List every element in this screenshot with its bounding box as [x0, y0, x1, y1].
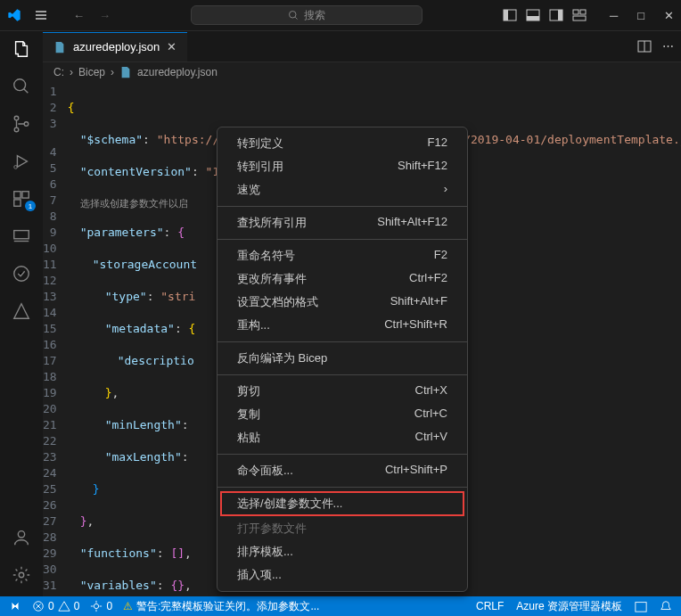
cm-decompile-bicep[interactable]: 反向编译为 Bicep	[217, 347, 467, 370]
svg-point-0	[289, 12, 296, 19]
search-icon[interactable]	[11, 76, 32, 97]
cm-change-all-occurrences[interactable]: 更改所有事件Ctrl+F2	[217, 267, 467, 291]
svg-rect-20	[14, 231, 29, 239]
run-debug-icon[interactable]	[11, 151, 32, 172]
line-number-gutter: 1234567891011121314151617181920212223242…	[43, 84, 68, 616]
extensions-icon[interactable]: 1	[11, 188, 32, 209]
svg-point-23	[19, 572, 24, 578]
tab-row: azuredeploy.json ✕ ⋯	[0, 31, 681, 62]
svg-point-22	[18, 531, 24, 538]
settings-icon[interactable]	[11, 564, 32, 586]
search-box[interactable]: 搜索	[191, 5, 423, 25]
status-bar: 0 0 0 ⚠警告:完整模板验证关闭。添加参数文... CRLF Azure 资…	[0, 596, 681, 616]
window-close-icon[interactable]: ✕	[664, 9, 674, 22]
svg-rect-19	[14, 200, 21, 206]
remote-icon[interactable]	[11, 226, 32, 247]
cm-find-all-references[interactable]: 查找所有引用Shift+Alt+F12	[217, 211, 467, 234]
separator	[217, 454, 467, 455]
eol-indicator[interactable]: CRLF	[476, 600, 504, 612]
cm-goto-references[interactable]: 转到引用Shift+F12	[217, 155, 467, 178]
activity-bar: 1	[0, 31, 43, 596]
search-placeholder: 搜索	[304, 8, 325, 23]
status-warning[interactable]: ⚠警告:完整模板验证关闭。添加参数文...	[123, 599, 319, 614]
chevron-right-icon: ›	[444, 182, 447, 198]
separator	[217, 239, 467, 240]
nav-back-icon[interactable]: ←	[73, 9, 85, 22]
tab-close-icon[interactable]: ✕	[167, 40, 176, 53]
cm-paste[interactable]: 粘贴Ctrl+V	[217, 426, 467, 449]
split-editor-icon[interactable]	[637, 39, 652, 53]
cm-peek[interactable]: 速览›	[217, 178, 467, 201]
context-menu: 转到定义F12 转到引用Shift+F12 速览› 查找所有引用Shift+Al…	[217, 127, 468, 592]
more-actions-icon[interactable]: ⋯	[662, 39, 674, 53]
badge: 1	[25, 201, 36, 211]
svg-point-12	[14, 79, 26, 91]
svg-rect-17	[14, 192, 21, 198]
nav-forward-icon[interactable]: →	[99, 9, 111, 22]
cm-rename-symbol[interactable]: 重命名符号F2	[217, 244, 467, 267]
cm-cut[interactable]: 剪切Ctrl+X	[217, 380, 467, 403]
breadcrumb[interactable]: C: › Bicep › azuredeploy.json	[0, 62, 681, 82]
layout-right-icon[interactable]	[549, 8, 563, 22]
svg-point-13	[14, 116, 19, 120]
breadcrumb-part[interactable]: C:	[53, 66, 64, 78]
separator	[217, 341, 467, 342]
window-maximize-icon[interactable]: □	[637, 9, 644, 22]
tab-label: azuredeploy.json	[73, 40, 160, 53]
vscode-logo	[7, 8, 21, 22]
svg-rect-4	[527, 16, 539, 21]
file-icon	[53, 41, 66, 53]
file-icon	[119, 66, 132, 78]
menu-icon[interactable]	[34, 8, 48, 22]
accounts-icon[interactable]	[11, 527, 32, 548]
layout-left-icon[interactable]	[503, 8, 517, 22]
layout-custom-icon[interactable]	[572, 8, 587, 22]
cm-insert-item[interactable]: 插入项...	[217, 563, 467, 587]
azure-icon[interactable]	[11, 300, 32, 322]
chevron-right-icon: ›	[111, 66, 114, 78]
svg-rect-7	[573, 10, 578, 14]
svg-rect-8	[580, 10, 586, 14]
testing-icon[interactable]	[11, 263, 32, 284]
ports-indicator[interactable]: 0	[90, 600, 112, 612]
cm-command-palette[interactable]: 命令面板...Ctrl+Shift+P	[217, 459, 467, 482]
svg-rect-2	[504, 10, 508, 21]
window-minimize-icon[interactable]: ─	[610, 9, 618, 22]
separator	[217, 206, 467, 207]
breadcrumb-part[interactable]: Bicep	[78, 66, 105, 78]
cm-select-create-parameter-file[interactable]: 选择/创建参数文件...	[221, 492, 464, 515]
titlebar: ← → 搜索 ─ □ ✕	[0, 0, 681, 31]
svg-rect-9	[573, 16, 586, 21]
svg-point-14	[14, 127, 19, 132]
cm-copy[interactable]: 复制Ctrl+C	[217, 403, 467, 426]
remote-indicator[interactable]	[9, 600, 21, 612]
svg-rect-18	[22, 192, 29, 198]
breadcrumb-part[interactable]: azuredeploy.json	[137, 66, 217, 78]
tab-azuredeploy[interactable]: azuredeploy.json ✕	[43, 32, 187, 62]
notifications-icon[interactable]	[660, 600, 672, 612]
svg-rect-26	[636, 603, 646, 612]
svg-point-25	[94, 604, 99, 608]
svg-rect-6	[558, 10, 562, 21]
source-control-icon[interactable]	[11, 113, 32, 135]
cm-sort-template[interactable]: 排序模板...	[217, 540, 467, 563]
separator	[217, 487, 467, 488]
chevron-right-icon: ›	[70, 66, 73, 78]
svg-point-15	[24, 122, 29, 127]
cm-goto-definition[interactable]: 转到定义F12	[217, 132, 467, 155]
cm-format-document[interactable]: 设置文档的格式Shift+Alt+F	[217, 291, 467, 314]
problems-indicator[interactable]: 0 0	[32, 600, 79, 612]
explorer-icon[interactable]	[11, 38, 32, 60]
feedback-icon[interactable]	[635, 600, 647, 612]
layout-bottom-icon[interactable]	[526, 8, 540, 22]
cm-open-parameter-file: 打开参数文件	[217, 517, 467, 540]
cm-refactor[interactable]: 重构...Ctrl+Shift+R	[217, 314, 467, 337]
separator	[217, 374, 467, 375]
language-mode[interactable]: Azure 资源管理器模板	[516, 599, 622, 614]
